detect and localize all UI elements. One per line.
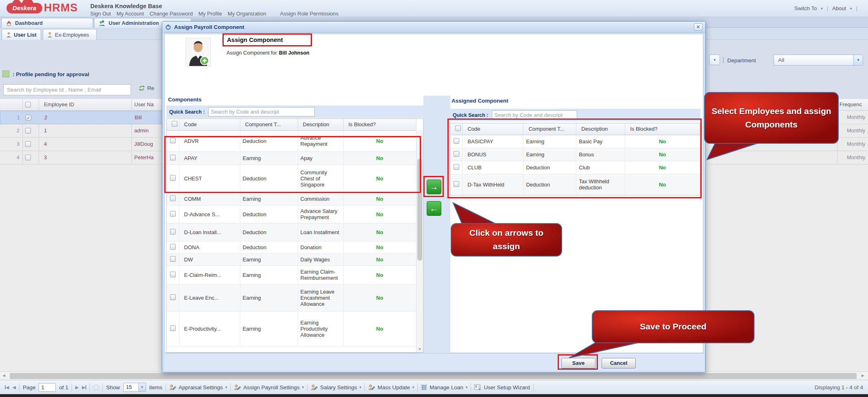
employee-id-cell: 3 <box>44 154 47 160</box>
separator: | <box>722 56 724 64</box>
row-index: 3 <box>11 141 20 147</box>
column-header[interactable]: Frequenc <box>840 101 862 107</box>
select-all-checkbox[interactable] <box>25 102 31 107</box>
assigned-panel-title: Assigned Component <box>451 98 508 104</box>
switch-to-menu[interactable]: Switch To <box>794 5 817 11</box>
scrollbar-thumb[interactable] <box>10 373 857 379</box>
top-menu-item[interactable]: My Profile <box>198 11 222 17</box>
description-cell: Donation <box>298 241 343 253</box>
top-menu-item[interactable]: My Organization <box>228 11 266 17</box>
description-cell: Earning Claim-Reimbursement <box>298 265 343 284</box>
employee-checkbox[interactable] <box>25 155 31 160</box>
department-label: Department <box>727 57 756 64</box>
employee-checkbox[interactable] <box>25 128 31 134</box>
top-menu-item[interactable]: Change Password <box>150 11 193 17</box>
wizard-card-icon <box>474 384 481 390</box>
toolbar-menu-salary-settings[interactable]: Salary Settings▾ <box>311 384 361 390</box>
page-of-label: of 1 <box>59 384 68 390</box>
chevron-down-icon: ▾ <box>466 385 468 389</box>
employee-search-input[interactable] <box>3 84 131 95</box>
row-checkbox[interactable] <box>170 195 176 201</box>
department-select[interactable]: All▾ <box>774 55 863 66</box>
employee-checkbox[interactable]: ✓ <box>26 115 31 121</box>
column-header[interactable]: Description <box>298 119 343 130</box>
top-menu-item[interactable]: Assign Role Permissions <box>280 11 338 17</box>
is-blocked-cell: No <box>343 253 416 265</box>
page-label: Page <box>23 384 36 390</box>
toolbar-menu-appraisal-settings[interactable]: Appraisal Settings▾ <box>169 384 227 390</box>
scroll-right-icon[interactable]: ▶ <box>861 373 864 377</box>
toolbar-menu-user-setup-wizard[interactable]: User Setup Wizard <box>474 384 530 390</box>
is-blocked-cell: No <box>343 205 416 223</box>
row-checkbox[interactable] <box>170 229 176 235</box>
page-title: Deskera Knowledge Base <box>90 3 162 9</box>
column-header[interactable]: User Na <box>134 101 154 107</box>
top-menu-item[interactable]: Sign Out <box>90 11 111 17</box>
employee-checkbox[interactable] <box>25 141 31 147</box>
first-page-button[interactable]: ◀ <box>5 385 9 390</box>
tab-dashboard[interactable]: Dashboard <box>1 18 93 28</box>
components-row[interactable]: COMM Earning Commission No <box>167 192 416 205</box>
toolbar-menu-mass-update[interactable]: Mass Update▾ <box>368 384 414 390</box>
users-group-icon <box>98 20 106 26</box>
pending-approval-swatch <box>2 70 9 77</box>
column-header[interactable]: Code <box>179 119 240 130</box>
dialog-titlebar[interactable]: Assign Payroll Component ✕ <box>162 22 705 33</box>
row-checkbox[interactable] <box>170 211 176 217</box>
scroll-left-icon[interactable]: ◀ <box>2 373 5 377</box>
refresh-spinner-icon[interactable] <box>93 384 99 390</box>
horizontal-scrollbar[interactable]: ◀ ▶ <box>0 371 868 380</box>
row-checkbox[interactable] <box>170 256 176 262</box>
toolbar-menu-assign-payroll-settings[interactable]: Assign Payroll Settings▾ <box>234 384 304 390</box>
components-row[interactable]: D-Loan Install... Deduction Loan Install… <box>167 223 416 241</box>
close-icon[interactable]: ✕ <box>694 23 702 31</box>
row-checkbox[interactable] <box>170 294 176 300</box>
toolbar-menu-manage-loan[interactable]: Manage Loan▾ <box>421 384 467 390</box>
column-header[interactable]: Employee ID <box>44 101 74 107</box>
row-checkbox[interactable] <box>170 272 176 277</box>
column-header[interactable]: Component T... <box>240 119 298 130</box>
unassign-arrow-button[interactable]: ← <box>427 201 441 216</box>
code-cell: D-Loan Install... <box>179 223 240 241</box>
page-number-input[interactable] <box>39 383 56 392</box>
row-checkbox[interactable] <box>170 244 176 250</box>
components-row[interactable]: DONA Deduction Donation No <box>167 241 416 253</box>
click-arrows-callout: Click on arrows to assign <box>451 223 562 257</box>
assign-component-subtitle: Assign Component forBill Johnson <box>227 50 310 56</box>
is-blocked-cell: No <box>343 311 416 346</box>
components-row[interactable]: E-Productivity... Earning Earning Produc… <box>167 311 416 346</box>
tab-user-list[interactable]: User List <box>2 29 41 40</box>
components-row[interactable]: D-Advance S... Deduction Advance Salary … <box>167 205 416 223</box>
hidden-filter-chevron[interactable]: ▾ <box>709 55 720 65</box>
hrms-logo-text: HRMS <box>44 2 78 14</box>
components-search-input[interactable] <box>208 107 315 116</box>
row-checkbox[interactable] <box>170 325 176 331</box>
page-size-select[interactable]: 15▾ <box>123 383 146 392</box>
code-cell: D-Advance S... <box>179 205 240 223</box>
column-header[interactable]: Is Blocked? <box>343 119 416 130</box>
components-row[interactable]: E-Leave Enc... Earning Earning Leave Enc… <box>167 284 416 311</box>
top-menu-item[interactable]: My Account <box>117 11 144 17</box>
chevron-down-icon: ▾ <box>302 385 304 389</box>
prev-page-button[interactable]: ◀ <box>12 385 15 390</box>
is-blocked-cell: No <box>343 223 416 241</box>
components-row[interactable]: E-Claim-Reim... Earning Earning Claim-Re… <box>167 265 416 284</box>
power-icon <box>165 24 171 30</box>
about-menu[interactable]: About <box>832 5 846 11</box>
scroll-down-icon[interactable]: ▼ <box>418 347 421 351</box>
chevron-down-icon: ▾ <box>412 385 414 389</box>
select-all-checkbox[interactable] <box>172 121 177 127</box>
components-quick-search: Quick Search : <box>166 105 423 118</box>
refresh-button[interactable]: Re <box>138 85 154 91</box>
components-row[interactable]: DW Earning Daily Wages No <box>167 253 416 265</box>
components-grid-header: Code Component T... Description Is Block… <box>167 119 416 130</box>
top-menu: Sign OutMy AccountChange PasswordMy Prof… <box>90 11 338 17</box>
is-blocked-cell: No <box>343 284 416 311</box>
component-type-cell: Deduction <box>240 223 298 241</box>
is-blocked-cell: No <box>343 241 416 253</box>
next-page-button[interactable]: ▶ <box>75 385 79 390</box>
deskera-logo: Deskera <box>7 3 42 13</box>
tab-ex-employees[interactable]: Ex-Employees <box>43 29 97 40</box>
show-label: Show <box>106 384 120 390</box>
last-page-button[interactable]: ▶ <box>82 385 86 390</box>
